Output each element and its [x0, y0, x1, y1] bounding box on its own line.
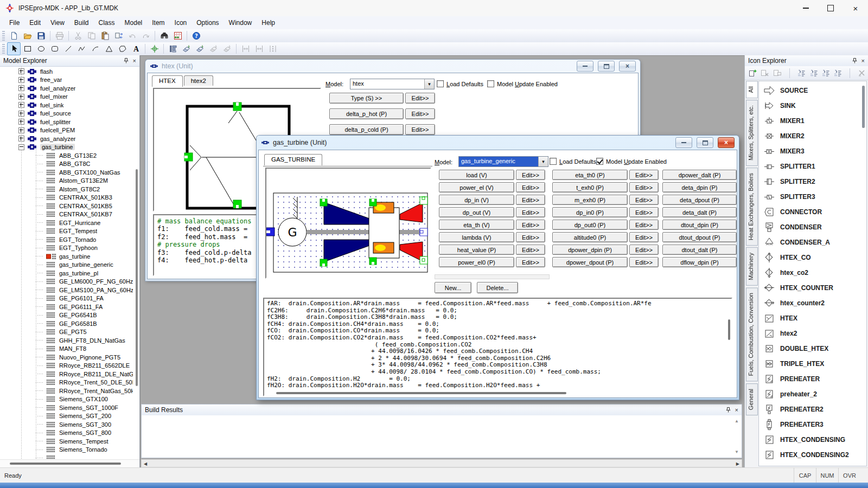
edit-button[interactable]: Edit>> — [629, 245, 659, 255]
toolbar-button[interactable] — [71, 29, 85, 42]
toolbar-button[interactable] — [166, 42, 180, 55]
toolbar-button[interactable] — [856, 67, 868, 79]
expand-plus-icon[interactable] — [18, 136, 24, 142]
param-button[interactable]: m_exh0 (P) — [552, 195, 628, 205]
icon-list-item[interactable]: PREHEATER2 — [759, 402, 866, 417]
icon-category-tab[interactable]: Heat Exchangers, Boilers — [746, 168, 758, 246]
minimize-button[interactable] — [793, 0, 818, 16]
icon-list-item[interactable]: CONDENSER — [759, 220, 866, 235]
edit-button[interactable]: Edit>> — [516, 232, 545, 242]
toolbar-button[interactable] — [139, 29, 152, 42]
gas-turbine-tab[interactable]: GAS_TURBINE — [264, 154, 322, 165]
tree-model-item[interactable]: RRoyce_Trent_50_DLE_50Hz — [0, 378, 133, 387]
toolbar-button[interactable] — [7, 42, 21, 55]
edit-button[interactable]: Edit>> — [405, 124, 435, 135]
gt-minimize-button[interactable] — [675, 137, 692, 148]
tree-model-item[interactable]: EGT_Tempest — [0, 227, 133, 236]
tree-model-item[interactable]: gas_turbine_pl — [0, 269, 133, 278]
toolbar-button[interactable] — [112, 29, 125, 42]
tree-model-item[interactable]: GE_LM6000_PF_NG_60Hz — [0, 278, 133, 286]
toolbar-button[interactable]: A — [129, 42, 143, 55]
edit-button[interactable]: Edit>> — [629, 195, 659, 205]
gt-load-defaults-checkbox[interactable] — [550, 158, 557, 165]
scroll-left-icon[interactable]: ◀ — [144, 461, 147, 466]
toolbar-button[interactable] — [21, 29, 34, 42]
workspace-horizontal-scrollbar[interactable]: ◀ ▶ — [141, 459, 742, 467]
icon-category-tab[interactable]: Mixers, Splitters, etc. — [746, 100, 758, 166]
toolbar-button[interactable] — [61, 42, 75, 55]
tree-model-item[interactable]: GHH_FT8_DLN_NatGas — [0, 336, 133, 345]
param-button[interactable]: load (V) — [439, 170, 514, 180]
maximize-button[interactable] — [818, 0, 843, 16]
edit-button[interactable]: Edit>> — [405, 93, 435, 104]
tree-model-item[interactable]: GE_PG6541B — [0, 311, 133, 320]
toolbar-button[interactable] — [88, 42, 102, 55]
icon-list-item[interactable]: TRIPLE_HTEX — [759, 356, 866, 371]
tree-model-item[interactable]: GE_PG6101_FA — [0, 294, 133, 303]
toolbar-button[interactable] — [207, 42, 220, 55]
htex-close-button[interactable]: × — [619, 61, 636, 72]
tree-model-item[interactable]: Nuovo_Pignone_PGT5 — [0, 353, 133, 362]
code-vertical-scrollbar[interactable] — [728, 319, 730, 340]
icon-category-tab[interactable]: General — [746, 383, 758, 415]
param-button[interactable]: t_exh0 (P) — [552, 182, 628, 192]
tree-model-item[interactable]: ABB_GT8C — [0, 160, 133, 169]
menu-item[interactable]: Item — [147, 17, 169, 29]
param-button[interactable]: eta_th (V) — [439, 220, 514, 230]
toolbar-button[interactable] — [34, 29, 48, 42]
toolbar-button[interactable] — [184, 29, 189, 42]
icon-list-item[interactable]: MIXER2 — [759, 129, 866, 144]
close-panel-icon[interactable]: × — [133, 57, 136, 64]
toolbar-button[interactable] — [171, 29, 184, 42]
icon-list-item[interactable]: SOURCE — [759, 83, 866, 98]
icon-list-item[interactable]: SINK — [759, 98, 866, 113]
tree-model-item[interactable]: Siemens_Tornado — [0, 446, 133, 454]
tree-item[interactable]: fuelcell_PEM — [0, 126, 133, 135]
close-panel-icon[interactable]: × — [735, 407, 738, 413]
htex-model-update-checkbox[interactable] — [487, 80, 494, 87]
tree-item[interactable]: fuel_splitter — [0, 118, 133, 126]
htex-tab[interactable]: HTEX — [152, 75, 183, 87]
edit-button[interactable]: Edit>> — [516, 182, 545, 192]
tree-model-item[interactable]: RRoyce_RB211_DLE_NatGas — [0, 370, 133, 378]
expand-plus-icon[interactable] — [18, 85, 24, 91]
htex-minimize-button[interactable] — [577, 61, 593, 72]
tree-model-item[interactable]: Siemens_SGT_300 — [0, 420, 133, 429]
tree-item[interactable]: free_var — [0, 76, 133, 85]
param-button[interactable]: delta_p_hot (P) — [329, 108, 404, 119]
gt-restore-button[interactable] — [697, 137, 713, 148]
tree-model-item[interactable]: Siemens_SGT_800 — [0, 429, 133, 438]
param-button[interactable]: deta_dpout (P) — [662, 195, 737, 205]
edit-button[interactable]: Edit>> — [516, 257, 545, 267]
edit-button[interactable]: Edit>> — [629, 170, 659, 180]
gas-turbine-title-bar[interactable]: gas_turbine (Unit) × — [257, 136, 739, 150]
toolbar-button[interactable] — [807, 67, 819, 79]
toolbar-button[interactable] — [116, 42, 129, 55]
icon-list-item[interactable]: HTEX — [759, 311, 866, 326]
param-button[interactable]: dpower_dalt (P) — [662, 170, 737, 180]
toolbar-button[interactable] — [48, 29, 53, 42]
tree-model-item[interactable]: GE_LMS100_PA_NG_60Hz — [0, 286, 133, 294]
icon-list-item[interactable]: CONNECTOR — [759, 204, 866, 220]
icon-list-item[interactable]: htex_counter2 — [759, 296, 866, 311]
param-button[interactable]: dpower_dpout (P) — [552, 257, 628, 267]
toolbar-button[interactable] — [239, 42, 252, 55]
toolbar-button[interactable] — [759, 67, 771, 79]
toolbar-button[interactable] — [152, 29, 157, 42]
pin-icon[interactable] — [725, 407, 732, 413]
htex-model-combo[interactable]: htex ▼ — [350, 79, 435, 89]
param-button[interactable]: dflow_dpin (P) — [662, 257, 737, 267]
tree-item[interactable]: fuel_mixer — [0, 93, 133, 101]
gt-model-combo[interactable]: gas_turbine_generic ▼ — [458, 156, 548, 167]
expand-plus-icon[interactable] — [18, 102, 24, 108]
close-button[interactable]: × — [843, 0, 868, 16]
delete-button[interactable]: Delete... — [477, 282, 518, 293]
gas-turbine-icon-canvas[interactable]: G — [265, 168, 431, 279]
edit-button[interactable]: Edit>> — [405, 108, 435, 119]
toolbar-grip[interactable] — [2, 44, 5, 54]
toolbar-button[interactable] — [783, 67, 795, 79]
tree-model-item[interactable]: GE_PGT5 — [0, 328, 133, 337]
toolbar-button[interactable] — [143, 42, 148, 55]
gas-turbine-window[interactable]: gas_turbine (Unit) × GAS_TURBINE — [257, 136, 739, 400]
param-button[interactable]: eta_th0 (P) — [552, 170, 628, 180]
